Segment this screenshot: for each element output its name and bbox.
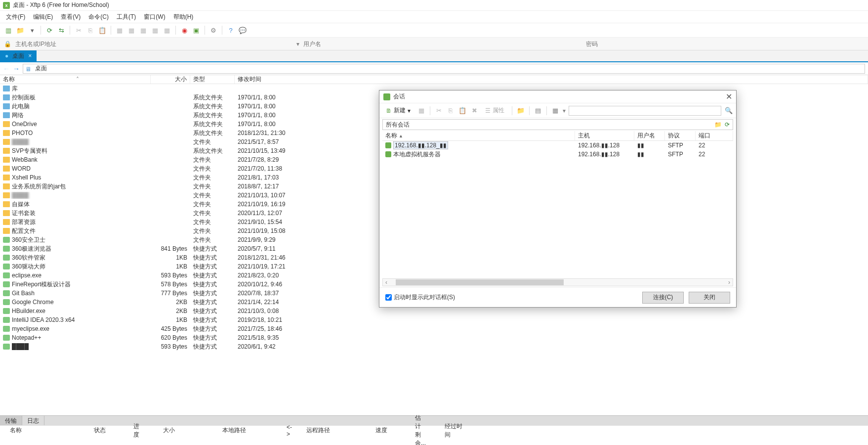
tab-log[interactable]: 日志	[22, 416, 44, 425]
path-box[interactable]: 🖥 桌面	[23, 64, 865, 74]
file-name: 网络	[12, 111, 24, 120]
file-name: Notepad++	[12, 334, 41, 341]
file-name: SVP专属资料	[12, 147, 47, 155]
file-icon	[3, 166, 10, 172]
props-button[interactable]: ☰ 属性	[482, 105, 508, 116]
username-input[interactable]	[302, 40, 581, 48]
chat-icon[interactable]: 💬	[238, 26, 247, 35]
startup-checkbox[interactable]: 启动时显示此对话框(S)	[385, 293, 455, 302]
new-session-icon[interactable]: ▥	[4, 26, 13, 35]
session-row[interactable]: 本地虚拟机服务器192.168.▮▮.128▮▮SFTP22	[382, 150, 733, 159]
copy-icon[interactable]: ⎘	[86, 26, 95, 35]
address-bar: 🔒 ▾	[0, 38, 868, 50]
file-type: 文件夹	[190, 156, 235, 164]
dialog-close-icon[interactable]: ✕	[726, 92, 732, 101]
scroll-thumb[interactable]	[396, 279, 564, 285]
file-type: 文件夹	[190, 200, 235, 209]
col-modified[interactable]: 修改时间	[235, 75, 868, 84]
reconnect-icon[interactable]: ⟳	[45, 26, 54, 35]
startup-checkbox-input[interactable]	[385, 294, 392, 301]
file-icon	[3, 228, 10, 234]
tb-icon-2[interactable]: ▦	[127, 26, 136, 35]
status-col: 本地路径	[212, 426, 277, 435]
new-dropdown-icon[interactable]: ▾	[408, 107, 411, 114]
dlg-copy-icon[interactable]: ⎘	[446, 106, 455, 115]
tb-icon-3[interactable]: ▦	[139, 26, 148, 35]
file-row[interactable]: myeclipse.exe425 Bytes快捷方式2021/7/25, 18:…	[0, 324, 868, 333]
file-row[interactable]: IntelliJ IDEA 2020.3 x641KB快捷方式2019/2/18…	[0, 315, 868, 324]
file-type: 快捷方式	[190, 289, 235, 298]
status-columns: 名称状态进度大小本地路径<->远程路径速度估计剩余...经过时间	[0, 425, 868, 435]
nav-fwd-icon[interactable]: →	[13, 65, 20, 73]
file-name: 配置文件	[12, 227, 36, 235]
col-size[interactable]: 大小	[151, 75, 190, 84]
file-name: 业务系统所需的jar包	[12, 182, 66, 191]
cut-icon[interactable]: ✂	[74, 26, 83, 35]
dlg-paste-icon[interactable]: 📋	[458, 106, 467, 115]
dlg-view-dropdown-icon[interactable]: ▾	[563, 107, 566, 114]
help-icon[interactable]: ?	[226, 26, 235, 35]
status-col: 估计剩余...	[405, 414, 435, 445]
menu-item[interactable]: 文件(F)	[6, 13, 25, 21]
addr-dropdown-icon[interactable]: ▾	[296, 41, 299, 47]
tab-close-icon[interactable]: ×	[28, 52, 32, 59]
dlg-list-icon[interactable]: ▦	[551, 106, 560, 115]
menu-item[interactable]: 编辑(E)	[33, 13, 53, 21]
menu-item[interactable]: 命令(C)	[88, 13, 109, 21]
open-icon[interactable]: 📁	[16, 26, 25, 35]
scroll-left-icon[interactable]: ‹	[383, 279, 390, 286]
refresh-icon[interactable]: ⟳	[725, 121, 730, 128]
dropdown-icon[interactable]: ▾	[28, 26, 37, 35]
dlg-col-name[interactable]: 名称▲	[382, 131, 575, 140]
menu-item[interactable]: 窗口(W)	[144, 13, 165, 21]
dialog-search	[569, 106, 721, 116]
close-button[interactable]: 关闭	[689, 292, 730, 304]
scroll-right-icon[interactable]: ›	[726, 279, 733, 286]
session-user: ▮▮	[634, 151, 665, 158]
dialog-hscroll[interactable]: ‹ ›	[382, 278, 733, 286]
transfer-icon[interactable]: ⇆	[57, 26, 66, 35]
host-input[interactable]	[14, 40, 293, 48]
dlg-col-host[interactable]: 主机	[575, 131, 634, 140]
tab-transfer[interactable]: 传输	[0, 416, 22, 425]
paste-icon[interactable]: 📋	[98, 26, 107, 35]
dlg-folder-icon[interactable]: 📁	[516, 106, 525, 115]
col-name[interactable]: 名称˄	[0, 75, 151, 84]
new-session-button[interactable]: 🗎 新建 ▾	[382, 105, 414, 116]
dlg-cut-icon[interactable]: ✂	[434, 106, 443, 115]
tab-label: 桌面	[12, 52, 24, 60]
xshell-icon[interactable]: ▣	[192, 26, 201, 35]
connect-button[interactable]: 连接(C)	[642, 292, 684, 304]
dlg-view-icon[interactable]: ▤	[534, 106, 542, 115]
tb-icon-4[interactable]: ▦	[151, 26, 160, 35]
dialog-bottom: 启动时显示此对话框(S) 连接(C) 关闭	[379, 287, 736, 307]
dialog-search-input[interactable]	[569, 106, 721, 116]
menu-item[interactable]: 帮助(H)	[173, 13, 194, 21]
file-row[interactable]: HBuilder.exe2KB快捷方式2021/10/3, 0:08	[0, 307, 868, 315]
menu-item[interactable]: 查看(V)	[61, 13, 81, 21]
tb-icon-5[interactable]: ▦	[163, 26, 171, 35]
settings-icon[interactable]: ⚙	[209, 26, 218, 35]
menu-item[interactable]: 工具(T)	[117, 13, 136, 21]
col-type[interactable]: 类型	[190, 75, 235, 84]
password-input[interactable]	[585, 40, 864, 48]
search-icon[interactable]: 🔍	[724, 106, 733, 115]
tab-desktop[interactable]: ● 桌面 ×	[0, 50, 37, 61]
dlg-col-port[interactable]: 端口	[696, 131, 733, 140]
file-row[interactable]: ████593 Bytes快捷方式2020/6/1, 9:42	[0, 342, 868, 351]
dlg-delete-icon[interactable]: ✖	[470, 106, 479, 115]
file-name: OneDrive	[12, 121, 37, 128]
tb-icon-1[interactable]: ▦	[115, 26, 124, 35]
crumb-folder-icon[interactable]: 📁	[714, 121, 722, 128]
session-row[interactable]: 192.168.▮▮.128_▮▮192.168.▮▮.128▮▮SFTP22	[382, 141, 733, 150]
file-row[interactable]: Notepad++620 Bytes快捷方式2021/5/18, 9:35	[0, 333, 868, 342]
nav-back-icon[interactable]: ←	[3, 65, 10, 73]
dlg-col-proto[interactable]: 协议	[665, 131, 696, 140]
file-icon	[3, 246, 10, 252]
file-type: 快捷方式	[190, 263, 235, 271]
stop-icon[interactable]: ◉	[180, 26, 189, 35]
dialog-breadcrumb[interactable]: 所有会话 📁 ⟳	[382, 119, 733, 130]
status-col: 经过时间	[435, 422, 474, 439]
dlg-icon-1[interactable]: ▦	[417, 106, 426, 115]
dlg-col-user[interactable]: 用户名	[634, 131, 665, 140]
